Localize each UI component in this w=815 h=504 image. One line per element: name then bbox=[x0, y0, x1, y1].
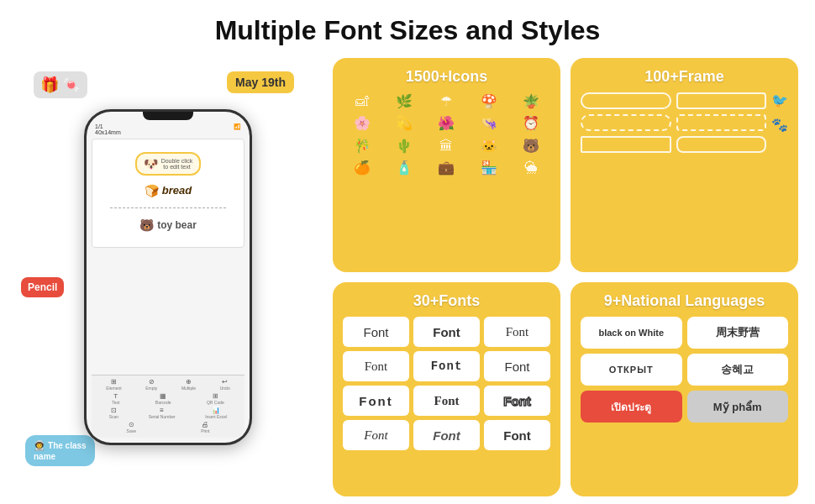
toolbar-row-2: T Text ▦ Barcode ⊞ QR Code bbox=[94, 392, 242, 405]
icons-panel: 1500+Icons 🛋 🌿 ☂ 🍄 🪴 🌸 💫 🌺 👒 ⏰ 🎋 🌵 🏛 🐱 🐻… bbox=[333, 58, 560, 272]
bread-label: bread bbox=[162, 184, 192, 197]
font-cell-12: Font bbox=[484, 420, 550, 450]
bear-icon: 🐻 bbox=[139, 218, 154, 232]
toolbar-serial[interactable]: ≡ Serial Number bbox=[149, 407, 176, 419]
font-cell-11: Font bbox=[413, 420, 480, 450]
icon-item: 🍊 bbox=[354, 159, 371, 177]
icon-item: 🍄 bbox=[481, 92, 497, 111]
lang-text-1: black on White bbox=[598, 328, 664, 338]
lang-cell-black-white: black on White bbox=[581, 317, 682, 349]
dog-icon: 🐶 bbox=[144, 157, 158, 171]
sticker-gift: 🎁 🍬 bbox=[34, 71, 87, 98]
frames-panel: 100+Frame 🐦 bbox=[570, 58, 798, 272]
phone-top-bar: 1/1 40x14mm 📶 bbox=[92, 123, 244, 135]
frame-rect2 bbox=[581, 136, 671, 153]
wifi-icon: 📶 bbox=[234, 123, 241, 135]
font-label-7: Font bbox=[359, 394, 392, 408]
toolbar-scan[interactable]: ⊡ Scan bbox=[109, 407, 118, 419]
font-cell-4: Font bbox=[343, 351, 409, 381]
page-title: Multiple Font Sizes and Styles bbox=[0, 0, 815, 55]
font-label-10: Font bbox=[364, 428, 387, 443]
icon-item: 💼 bbox=[438, 159, 455, 177]
phone-notch bbox=[143, 112, 193, 120]
font-label-9: Font bbox=[503, 394, 530, 408]
icon-item: ☂ bbox=[440, 92, 452, 111]
toolbar-print[interactable]: 🖨 Print bbox=[201, 421, 209, 433]
font-label-2: Font bbox=[433, 325, 460, 339]
font-cell-6: Font bbox=[484, 351, 550, 381]
astronaut-icon: 👨‍🚀 bbox=[34, 440, 45, 450]
lang-text-4: 송혜교 bbox=[721, 362, 754, 377]
frame-rect3 bbox=[676, 136, 767, 153]
icons-grid: 🛋 🌿 ☂ 🍄 🪴 🌸 💫 🌺 👒 ⏰ 🎋 🌵 🏛 🐱 🐻 🍊 🧴 💼 🏪 bbox=[343, 92, 550, 178]
font-label-1: Font bbox=[363, 325, 388, 339]
phone-frame: 1/1 40x14mm 📶 🐶 Double click to edit tex… bbox=[84, 109, 252, 445]
icon-item: 🏛 bbox=[439, 137, 453, 155]
toy-bear-row: 🐻 toy bear bbox=[136, 215, 200, 235]
frame-dashed-pill bbox=[581, 114, 671, 131]
fonts-panel-title: 30+Fonts bbox=[343, 292, 550, 310]
toolbar-undo[interactable]: ↩ Undo bbox=[220, 378, 230, 391]
font-label-3: Font bbox=[506, 325, 529, 339]
phone-canvas: 🐶 Double click to edit text 🍞 bread 🐻 bbox=[92, 139, 244, 248]
toolbar-save[interactable]: ⊙ Save bbox=[127, 421, 136, 433]
frame-dashed-rect bbox=[676, 114, 767, 131]
toy-bear-label: toy bear bbox=[157, 219, 197, 231]
lang-text-5: เปิดประตู bbox=[611, 399, 651, 415]
bread-row: 🍞 bread bbox=[141, 181, 195, 201]
icon-item: 🌿 bbox=[396, 92, 413, 111]
toolbar-empty[interactable]: ⊘ Empty bbox=[145, 378, 157, 391]
bubble-text: Double click to edit text bbox=[161, 158, 193, 170]
lang-text-3: ОТКРЫТ bbox=[609, 365, 654, 375]
bird-icon: 🐦 bbox=[771, 92, 788, 108]
font-label-4: Font bbox=[365, 360, 388, 374]
phone-section: 🎁 🍬 May 19th Pencil 👨‍🚀 The class name 1… bbox=[17, 55, 319, 500]
icon-item: 🏪 bbox=[481, 159, 497, 177]
icon-item: 🐻 bbox=[523, 137, 539, 155]
font-cell-7: Font bbox=[343, 386, 409, 416]
icon-item: 🪴 bbox=[523, 92, 539, 111]
features-section: 1500+Icons 🛋 🌿 ☂ 🍄 🪴 🌸 💫 🌺 👒 ⏰ 🎋 🌵 🏛 🐱 🐻… bbox=[333, 55, 798, 500]
icon-item: 🎋 bbox=[354, 137, 371, 155]
font-label-12: Font bbox=[503, 428, 530, 443]
main-layout: 🎁 🍬 May 19th Pencil 👨‍🚀 The class name 1… bbox=[0, 55, 815, 500]
toolbar-element[interactable]: ⊞ Element bbox=[106, 378, 121, 391]
icon-item: 💫 bbox=[396, 114, 413, 133]
icon-item: 🌸 bbox=[354, 114, 371, 133]
lang-cell-chinese: 周末野营 bbox=[687, 317, 789, 349]
sticker-date: May 19th bbox=[227, 71, 294, 93]
lang-cell-russian: ОТКРЫТ bbox=[581, 354, 682, 386]
toolbar-row-4: ⊙ Save 🖨 Print bbox=[94, 421, 242, 433]
languages-panel: 9+National Languages black on White 周末野营… bbox=[570, 282, 798, 496]
dotted-divider bbox=[110, 207, 226, 208]
font-cell-2: Font bbox=[413, 317, 480, 347]
phone-screen: 1/1 40x14mm 📶 🐶 Double click to edit tex… bbox=[87, 112, 250, 443]
font-label-11: Font bbox=[433, 428, 460, 443]
toolbar-qr[interactable]: ⊞ QR Code bbox=[207, 392, 224, 405]
candy-icon: 🍬 bbox=[62, 76, 81, 94]
icon-item: ⏰ bbox=[523, 114, 539, 133]
toolbar-barcode[interactable]: ▦ Barcode bbox=[155, 392, 171, 405]
frames-panel-title: 100+Frame bbox=[581, 68, 788, 86]
icon-item: 🐱 bbox=[481, 137, 497, 155]
gift-icon: 🎁 bbox=[40, 76, 59, 94]
fonts-grid: Font Font Font Font Font Font Fo bbox=[343, 317, 550, 450]
icon-item: 👒 bbox=[481, 114, 497, 133]
toolbar-text[interactable]: T Text bbox=[112, 392, 119, 405]
icons-panel-title: 1500+Icons bbox=[343, 68, 550, 86]
icon-item: 🌺 bbox=[438, 114, 455, 133]
toolbar-multiply[interactable]: ⊕ Multiple bbox=[181, 378, 196, 391]
bread-icon: 🍞 bbox=[145, 184, 159, 197]
font-label-8: Font bbox=[434, 394, 460, 408]
frame-rounded bbox=[581, 92, 671, 109]
font-label-5: Font bbox=[431, 360, 463, 373]
languages-grid: black on White 周末野营 ОТКРЫТ 송혜교 เปิดประตู… bbox=[581, 317, 788, 423]
icon-item: 🌦 bbox=[524, 159, 538, 177]
languages-panel-title: 9+National Languages bbox=[581, 292, 788, 310]
font-cell-10: Font bbox=[343, 420, 409, 450]
toolbar-row-1: ⊞ Element ⊘ Empty ⊕ Multiple ↩ bbox=[94, 378, 242, 391]
frame-rect bbox=[676, 92, 767, 109]
lang-text-6: Mỹ phẩm bbox=[713, 401, 762, 413]
toolbar-excel[interactable]: 📊 Insert Excel bbox=[205, 407, 227, 419]
sticker-pencil: Pencil bbox=[21, 277, 64, 297]
